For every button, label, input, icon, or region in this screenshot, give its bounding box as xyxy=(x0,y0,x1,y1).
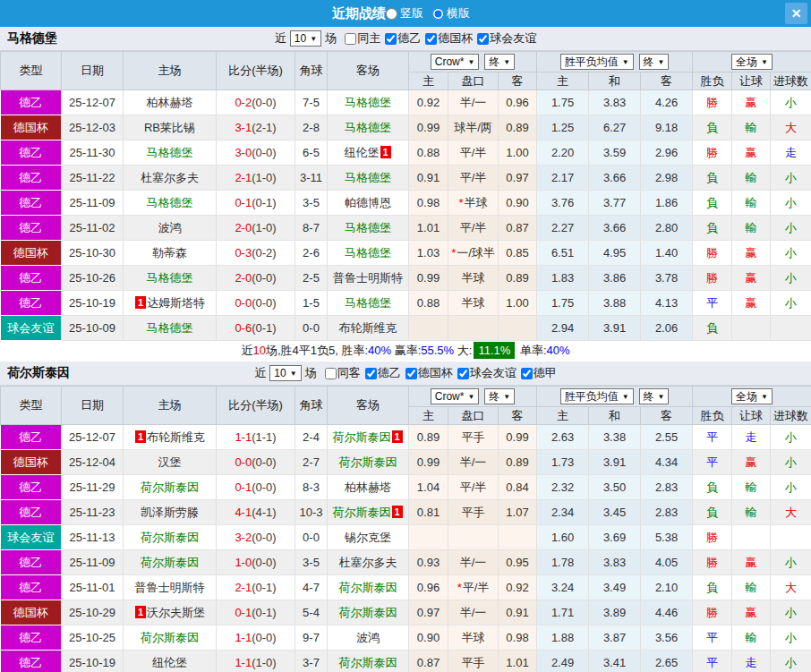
recent-results-popup: 近期战绩 竖版横版 ✕ 马格德堡 近 10▼ 场 同主德乙德国杯球会友谊 类型 … xyxy=(0,0,811,672)
cell-date: 25-10-19 xyxy=(62,291,124,316)
cell-handicap: 半/一 xyxy=(448,550,499,575)
red-card-badge: 1 xyxy=(392,506,403,518)
cell-handicap xyxy=(448,316,499,341)
radio-input[interactable] xyxy=(386,8,397,20)
odds-stage-select[interactable]: 终▼ xyxy=(484,388,515,404)
checkbox-input[interactable] xyxy=(457,368,469,379)
match-count-select[interactable]: 10▼ xyxy=(269,365,301,381)
cell-goals-result xyxy=(771,316,811,341)
avg-stage-select[interactable]: 终▼ xyxy=(639,388,670,404)
checkbox-input[interactable] xyxy=(345,33,356,45)
cell-score: 0-3(0-2) xyxy=(217,241,295,266)
cell-handicap-result xyxy=(732,316,771,341)
checkbox-input[interactable] xyxy=(425,33,437,45)
checkbox-input[interactable] xyxy=(325,368,337,379)
match-row: 德国杯25-12-04汉堡0-0(0-0)2-7荷尔斯泰因0.99半/一0.89… xyxy=(1,450,811,475)
cell-result: 負 xyxy=(693,216,732,241)
layout-radio-横版[interactable]: 横版 xyxy=(432,5,470,21)
filter-checkbox-同主[interactable]: 同主 xyxy=(345,30,380,47)
filter-checkbox-德甲[interactable]: 德甲 xyxy=(521,365,557,381)
filter-checkbox-德国杯[interactable]: 德国杯 xyxy=(406,365,453,381)
filter-checkbox-德国杯[interactable]: 德国杯 xyxy=(425,30,473,47)
cell-handicap-result: 輸 xyxy=(732,115,771,140)
odds-company-select[interactable]: Crow*▼ xyxy=(431,54,480,70)
cell-score: 0-1(0-1) xyxy=(217,191,295,216)
full-time-score: 1-1 xyxy=(235,656,252,669)
subcol-odds-away: 客 xyxy=(499,72,537,90)
cell-corners: 10-3 xyxy=(295,500,328,525)
cell-home-team: 杜塞尔多夫 xyxy=(124,166,217,191)
cell-odds-home: 0.96 xyxy=(409,575,448,600)
cell-odds-home: 0.89 xyxy=(409,425,448,450)
cell-odds-away: 1.00 xyxy=(499,140,537,166)
cell-odds-away xyxy=(499,525,537,550)
filter-checkbox-德乙[interactable]: 德乙 xyxy=(385,30,421,47)
cell-date: 25-11-30 xyxy=(62,140,124,166)
cell-avg-draw: 3.66 xyxy=(589,166,641,191)
full-time-score: 3-1 xyxy=(235,121,252,134)
cell-odds-home: 1.04 xyxy=(409,475,448,500)
half-time-score: (0-0) xyxy=(252,96,276,109)
checkbox-input[interactable] xyxy=(385,33,397,45)
cell-competition-type: 德乙 xyxy=(1,425,62,450)
cell-avg-draw: 3.41 xyxy=(589,651,641,672)
layout-radio-竖版[interactable]: 竖版 xyxy=(386,5,423,21)
cell-date: 25-11-23 xyxy=(62,500,124,525)
cell-date: 25-11-13 xyxy=(62,525,124,550)
close-button[interactable]: ✕ xyxy=(785,3,807,24)
match-row: 德乙25-10-19纽伦堡1-1(1-0)3-7荷尔斯泰因0.87平手1.012… xyxy=(1,651,811,672)
checkbox-input[interactable] xyxy=(406,368,417,379)
filter-bar: 近 10▼ 场 同主德乙德国杯球会友谊 xyxy=(275,30,536,47)
filter-checkbox-球会友谊[interactable]: 球会友谊 xyxy=(477,30,536,47)
cell-goals-result: 小 xyxy=(771,600,811,625)
filter-checkbox-德乙[interactable]: 德乙 xyxy=(365,365,401,381)
cell-date: 25-12-07 xyxy=(62,425,124,450)
cell-goals-result: 小 xyxy=(771,625,811,651)
team-link: 柏林赫塔 xyxy=(345,481,391,494)
avg-odds-select[interactable]: 胜平负均值▼ xyxy=(560,54,634,70)
cell-avg-away: 4.34 xyxy=(641,450,693,475)
team-link: 马格德堡 xyxy=(147,271,193,285)
cell-home-team: 马格德堡 xyxy=(124,316,217,341)
cell-handicap-result: 赢 xyxy=(732,291,771,316)
cell-handicap: 半球 xyxy=(448,266,499,291)
avg-stage-select[interactable]: 终▼ xyxy=(639,54,670,70)
checkbox-input[interactable] xyxy=(477,33,489,45)
unit-label: 场 xyxy=(305,365,317,381)
radio-input[interactable] xyxy=(432,8,444,20)
dropdown-arrow-icon: ▼ xyxy=(503,58,510,66)
checkbox-input[interactable] xyxy=(521,368,533,379)
cell-odds-home: 0.91 xyxy=(409,166,448,191)
scope-select[interactable]: 全场▼ xyxy=(731,54,773,70)
checkbox-label: 德乙 xyxy=(397,30,421,47)
cell-avg-draw: 3.50 xyxy=(589,475,641,500)
cell-result: 勝 xyxy=(693,266,732,291)
cell-away-team: 荷尔斯泰因1 xyxy=(328,500,409,525)
competition-filter-group: 同客德乙德国杯球会友谊德甲 xyxy=(320,365,557,381)
cell-odds-away: 1.07 xyxy=(499,500,537,525)
cell-competition-type: 德国杯 xyxy=(1,115,62,140)
match-count-select[interactable]: 10▼ xyxy=(290,30,321,47)
full-time-score: 1-0 xyxy=(235,556,252,569)
cell-avg-home: 2.17 xyxy=(537,166,589,191)
scope-select[interactable]: 全场▼ xyxy=(731,388,773,404)
cell-score: 2-1(1-0) xyxy=(217,166,295,191)
odds-stage-select[interactable]: 终▼ xyxy=(484,54,515,70)
cell-competition-type: 德乙 xyxy=(1,625,62,651)
avg-odds-select[interactable]: 胜平负均值▼ xyxy=(560,388,634,404)
cell-avg-draw: 3.69 xyxy=(589,525,641,550)
cell-corners: 6-5 xyxy=(295,140,328,166)
checkbox-input[interactable] xyxy=(365,368,377,379)
odds-company-select[interactable]: Crow*▼ xyxy=(431,388,480,404)
filter-checkbox-同客[interactable]: 同客 xyxy=(325,365,361,381)
filter-checkbox-球会友谊[interactable]: 球会友谊 xyxy=(457,365,516,381)
cell-handicap: 半球 xyxy=(448,291,499,316)
col-header-score: 比分(半场) xyxy=(217,52,295,90)
cell-home-team: 马格德堡 xyxy=(124,191,217,216)
cell-date: 25-12-04 xyxy=(62,450,124,475)
cell-corners: 7-5 xyxy=(295,90,328,115)
radio-label: 竖版 xyxy=(400,5,423,21)
half-time-score: (0-1) xyxy=(252,606,276,619)
cell-home-team: RB莱比锡 xyxy=(124,115,217,140)
cell-result: 負 xyxy=(693,191,732,216)
